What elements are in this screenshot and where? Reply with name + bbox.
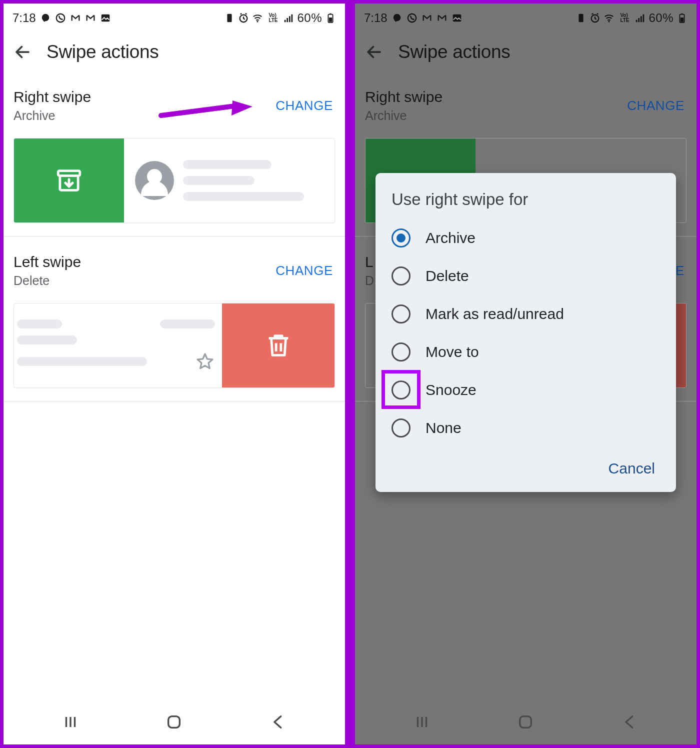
skeleton-lines [183,160,326,201]
radio-option-snooze[interactable]: Snooze [392,371,660,409]
delete-color-block [222,304,334,388]
battery-icon [325,12,336,24]
sk-line [17,336,77,344]
back-button[interactable] [10,40,34,64]
star-outline-icon [195,352,215,372]
battery-percent: 60% [297,11,322,25]
system-nav-bar [355,700,696,744]
dialog-cancel-button[interactable]: Cancel [604,454,660,483]
gmail-m-icon-1 [70,12,81,24]
radio-option-move-to[interactable]: Move to [392,333,660,371]
left-swipe-section: Left swipe Delete CHANGE [4,236,345,402]
svg-rect-3 [228,14,232,22]
svg-point-5 [257,21,258,22]
svg-point-1 [56,14,64,22]
arrow-back-icon [14,43,32,61]
avatar-placeholder [135,161,174,200]
radio-button-icon [392,228,410,248]
signal-icon [283,12,294,24]
radio-list: ArchiveDeleteMark as read/unreadMove toS… [392,219,660,447]
wifi-icon [252,12,263,24]
screenshot-swipe-dialog: 7:18 Vo)LTE 60% Swipe actions Right swip… [354,2,698,746]
nav-back[interactable] [263,707,293,737]
radio-option-delete[interactable]: Delete [392,257,660,295]
radio-button-icon [392,418,410,438]
right-swipe-section: Right swipe Archive CHANGE [4,72,345,236]
chat-icon [40,12,51,24]
svg-rect-29 [520,716,532,728]
nav-recents[interactable] [56,707,86,737]
svg-rect-11 [329,18,332,22]
svg-rect-6 [284,20,286,22]
nav-recents[interactable] [407,707,437,737]
sk-line [183,176,254,185]
status-time: 7:18 [12,11,36,25]
status-left-cluster: 7:18 [12,11,111,25]
archive-icon [54,166,84,195]
right-swipe-title: Right swipe [14,88,91,106]
archive-color-block [14,138,124,222]
skeleton-lines-left [14,320,215,372]
trash-icon [264,331,293,360]
volte-icon: Vo)LTE [266,12,280,24]
nav-home[interactable] [159,707,189,737]
gmail-m-icon-2 [85,12,96,24]
radio-option-mark-as-read-unread[interactable]: Mark as read/unread [392,295,660,333]
radio-label: None [426,420,462,436]
right-swipe-change-button[interactable]: CHANGE [274,95,335,116]
sk-line [17,320,62,328]
image-icon [100,12,111,24]
sk-line [17,357,147,366]
radio-option-archive[interactable]: Archive [392,219,660,257]
screenshot-swipe-actions: 7:18 Vo)LTE 60% Swipe actions Right swip… [2,2,346,746]
right-swipe-dialog: Use right swipe for ArchiveDeleteMark as… [376,173,676,492]
left-swipe-preview [14,303,335,388]
svg-rect-7 [287,18,288,22]
svg-rect-2 [101,14,110,22]
radio-button-icon [392,342,410,362]
alarm-icon [238,12,249,24]
radio-button-icon [392,380,410,400]
status-right-cluster: Vo)LTE 60% [224,11,336,25]
status-bar: 7:18 Vo)LTE 60% [4,4,345,32]
radio-button-icon [392,266,410,286]
dialog-title: Use right swipe for [392,190,660,209]
right-swipe-preview [14,138,335,223]
svg-rect-12 [330,14,332,14]
battery-saver-icon [224,12,235,24]
sk-line [183,160,272,169]
left-swipe-action: Delete [14,274,81,288]
preview-content-left [14,304,222,388]
left-swipe-title: Left swipe [14,254,81,270]
radio-label: Delete [426,268,469,284]
radio-label: Snooze [426,382,476,398]
whatsapp-icon [55,12,66,24]
left-swipe-change-button[interactable]: CHANGE [274,260,335,282]
right-swipe-action: Archive [14,108,91,123]
sk-line [183,192,304,201]
nav-home[interactable] [510,707,540,737]
radio-label: Move to [426,344,479,360]
page-title: Swipe actions [46,42,158,62]
preview-content-right [124,138,334,222]
radio-button-icon [392,304,410,324]
system-nav-bar [4,700,345,744]
radio-label: Archive [426,230,476,246]
app-toolbar: Swipe actions [4,32,345,72]
sk-line [160,320,215,328]
nav-back[interactable] [614,707,644,737]
svg-rect-8 [289,16,290,22]
svg-rect-9 [292,14,293,22]
radio-label: Mark as read/unread [426,306,564,322]
radio-option-none[interactable]: None [392,409,660,447]
svg-rect-15 [168,716,180,728]
